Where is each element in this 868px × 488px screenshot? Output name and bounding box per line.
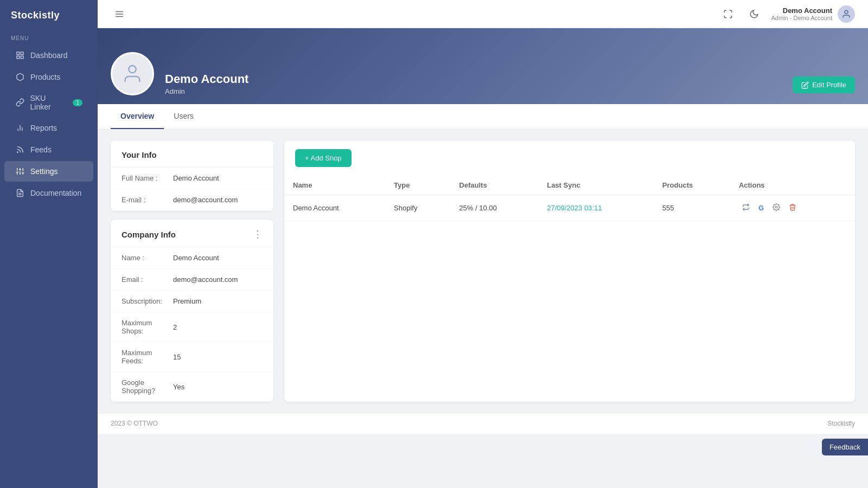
sidebar-menu-label: MENU [0, 30, 98, 44]
topbar-user: Demo Account Admin - Demo Account [771, 5, 856, 23]
col-last-sync: Last Sync [538, 176, 654, 195]
avatar [838, 5, 855, 23]
topbar-right: Demo Account Admin - Demo Account [719, 5, 856, 23]
list-item: Subscription: Premium [111, 291, 273, 312]
menu-toggle-button[interactable] [111, 5, 128, 23]
shop-settings-button[interactable] [769, 202, 783, 214]
footer-copy: 2023 © OTTWO [111, 420, 158, 427]
fullscreen-button[interactable] [719, 5, 737, 23]
add-shop-label: + Add Shop [305, 154, 342, 162]
topbar-user-info: Demo Account Admin - Demo Account [771, 7, 833, 21]
company-more-button[interactable]: ⋮ [253, 229, 263, 239]
link-icon [15, 98, 25, 107]
svg-point-24 [775, 206, 777, 208]
shop-defaults: 25% / 10.00 [450, 195, 538, 221]
list-item: Name : Demo Account [111, 247, 273, 269]
full-name-row: Full Name : Demo Account [111, 168, 273, 189]
company-row-value: 15 [173, 353, 181, 361]
tab-overview[interactable]: Overview [111, 104, 164, 129]
company-row-value: Premium [173, 297, 201, 305]
company-row-label: Subscription: [122, 297, 173, 305]
sidebar-logo: Stockistly [0, 0, 98, 30]
tabs-bar: Overview Users [98, 104, 868, 130]
sidebar-item-label: Dashboard [30, 51, 68, 60]
company-row-value: demo@account.com [173, 275, 238, 284]
sidebar-item-dashboard[interactable]: Dashboard [4, 45, 93, 66]
svg-rect-0 [17, 52, 20, 55]
full-name-value: Demo Account [173, 174, 219, 182]
add-shop-button[interactable]: + Add Shop [295, 149, 352, 167]
shops-card: + Add Shop Name Type Defaults Last Sync … [284, 140, 855, 402]
company-row-label: Email : [122, 275, 173, 284]
box-icon [15, 72, 25, 82]
footer: 2023 © OTTWO Stockistly [98, 413, 868, 434]
email-value: demo@account.com [173, 196, 238, 204]
profile-info: Demo Account Admin [165, 72, 248, 95]
topbar-user-role: Admin - Demo Account [771, 15, 833, 21]
bar-chart-icon [15, 123, 25, 133]
sidebar-item-products[interactable]: Products [4, 67, 93, 87]
sidebar-item-label: Feeds [30, 145, 52, 154]
edit-profile-label: Edit Profile [812, 81, 846, 89]
company-row-label: Name : [122, 254, 173, 262]
delete-shop-button[interactable] [786, 202, 800, 214]
svg-rect-3 [21, 56, 23, 59]
sidebar-item-sku-linker[interactable]: SKU Linker 1 [4, 88, 93, 117]
sync-button[interactable] [739, 202, 753, 214]
profile-banner: Demo Account Admin Edit Profile [98, 28, 868, 104]
sidebar-item-reports[interactable]: Reports [4, 118, 93, 138]
feedback-button[interactable]: Feedback [822, 439, 868, 455]
profile-name: Demo Account [165, 72, 248, 86]
company-row-value: Demo Account [173, 254, 219, 262]
profile-avatar [111, 52, 154, 95]
dark-mode-button[interactable] [745, 5, 763, 23]
svg-point-22 [845, 10, 848, 14]
company-row-value: 2 [173, 323, 177, 331]
company-rows: Name : Demo Account Email : demo@account… [111, 247, 273, 402]
email-row: E-mail : demo@account.com [111, 189, 273, 211]
company-row-label: Google Shopping? [122, 378, 173, 395]
tab-content: Your Info Full Name : Demo Account E-mai… [98, 130, 868, 413]
table-header-row: Name Type Defaults Last Sync Products Ac… [284, 176, 855, 195]
list-item: Maximum Shops: 2 [111, 312, 273, 342]
tab-users[interactable]: Users [164, 104, 203, 129]
shop-name: Demo Account [284, 195, 385, 221]
sku-linker-badge: 1 [73, 99, 82, 106]
sliders-icon [15, 166, 25, 176]
svg-point-7 [17, 152, 18, 152]
company-row-value: Yes [173, 383, 184, 391]
topbar: Demo Account Admin - Demo Account [98, 0, 868, 28]
grid-icon [15, 50, 25, 60]
sidebar-item-label: Products [30, 73, 60, 81]
file-text-icon [15, 188, 25, 198]
profile-role: Admin [165, 87, 248, 95]
sidebar-item-label: Documentation [30, 189, 81, 197]
list-item: Email : demo@account.com [111, 269, 273, 291]
sidebar: Stockistly MENU Dashboard Products SKU L… [0, 0, 98, 488]
sidebar-item-label: SKU Linker [30, 94, 68, 111]
svg-rect-2 [17, 56, 20, 59]
sidebar-item-label: Reports [30, 124, 57, 132]
sidebar-item-label: Settings [30, 167, 58, 176]
sidebar-item-feeds[interactable]: Feeds [4, 139, 93, 160]
col-products: Products [654, 176, 730, 195]
shop-type: Shopify [385, 195, 450, 221]
shops-table-body: Demo Account Shopify 25% / 10.00 27/09/2… [284, 195, 855, 221]
company-info-title: Company Info [122, 230, 176, 239]
email-label: E-mail : [122, 196, 173, 204]
google-button[interactable]: G [755, 202, 767, 214]
shop-products: 555 [654, 195, 730, 221]
your-info-title: Your Info [111, 140, 273, 168]
left-column: Your Info Full Name : Demo Account E-mai… [111, 140, 273, 402]
your-info-card: Your Info Full Name : Demo Account E-mai… [111, 140, 273, 211]
footer-brand: Stockistly [827, 420, 855, 427]
sidebar-item-settings[interactable]: Settings [4, 161, 93, 182]
shop-last-sync: 27/09/2023 03:11 [538, 195, 654, 221]
shops-table: Name Type Defaults Last Sync Products Ac… [284, 176, 855, 221]
sidebar-item-documentation[interactable]: Documentation [4, 183, 93, 203]
list-item: Google Shopping? Yes [111, 372, 273, 402]
rss-icon [15, 145, 25, 155]
svg-rect-1 [21, 52, 23, 55]
page-content-area: Demo Account Admin Edit Profile Overview… [98, 28, 868, 488]
edit-profile-button[interactable]: Edit Profile [793, 76, 855, 93]
